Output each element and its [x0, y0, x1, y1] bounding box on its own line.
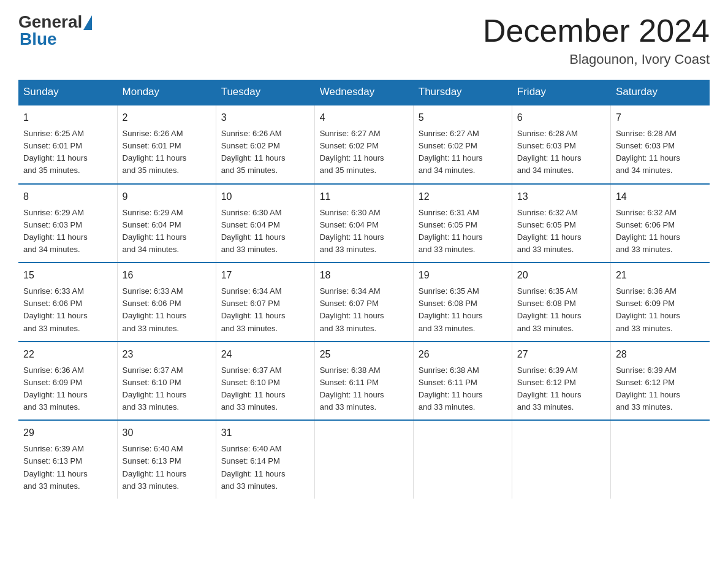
- day-info: Sunrise: 6:26 AMSunset: 6:02 PMDaylight:…: [221, 128, 309, 177]
- header-saturday: Saturday: [610, 80, 709, 105]
- day-cell: 17Sunrise: 6:34 AMSunset: 6:07 PMDayligh…: [216, 262, 314, 342]
- day-info: Sunrise: 6:38 AMSunset: 6:11 PMDaylight:…: [419, 364, 507, 414]
- day-info: Sunrise: 6:30 AMSunset: 6:04 PMDaylight:…: [221, 207, 309, 256]
- day-number: 12: [419, 190, 507, 204]
- day-cell: 18Sunrise: 6:34 AMSunset: 6:07 PMDayligh…: [314, 262, 413, 342]
- day-number: 22: [23, 347, 112, 362]
- day-cell: 4Sunrise: 6:27 AMSunset: 6:02 PMDaylight…: [314, 105, 413, 184]
- day-info: Sunrise: 6:28 AMSunset: 6:03 PMDaylight:…: [517, 128, 605, 177]
- day-number: 8: [23, 190, 112, 204]
- day-info: Sunrise: 6:30 AMSunset: 6:04 PMDaylight:…: [320, 207, 408, 256]
- day-info: Sunrise: 6:36 AMSunset: 6:09 PMDaylight:…: [23, 364, 112, 414]
- day-number: 18: [320, 268, 408, 283]
- month-title: December 2024: [483, 12, 710, 49]
- day-number: 14: [616, 190, 705, 204]
- day-cell: 16Sunrise: 6:33 AMSunset: 6:06 PMDayligh…: [117, 262, 216, 342]
- week-row-1: 1Sunrise: 6:25 AMSunset: 6:01 PMDaylight…: [18, 105, 710, 184]
- logo-triangle-icon: [83, 15, 92, 30]
- day-number: 31: [221, 426, 309, 440]
- day-number: 29: [23, 426, 112, 440]
- day-cell: [413, 420, 512, 499]
- day-number: 2: [123, 110, 211, 125]
- day-number: 27: [517, 347, 605, 362]
- day-cell: [314, 420, 413, 499]
- day-number: 25: [320, 347, 408, 362]
- day-cell: 11Sunrise: 6:30 AMSunset: 6:04 PMDayligh…: [314, 184, 413, 263]
- logo: General Blue: [18, 12, 92, 49]
- day-info: Sunrise: 6:40 AMSunset: 6:14 PMDaylight:…: [221, 443, 309, 492]
- day-info: Sunrise: 6:31 AMSunset: 6:05 PMDaylight:…: [419, 207, 507, 256]
- week-row-2: 8Sunrise: 6:29 AMSunset: 6:03 PMDaylight…: [18, 184, 710, 263]
- calendar-header: SundayMondayTuesdayWednesdayThursdayFrid…: [18, 80, 710, 105]
- day-info: Sunrise: 6:33 AMSunset: 6:06 PMDaylight:…: [123, 285, 211, 335]
- logo-blue: Blue: [20, 29, 92, 49]
- day-number: 16: [123, 268, 211, 283]
- day-cell: 14Sunrise: 6:32 AMSunset: 6:06 PMDayligh…: [610, 184, 709, 263]
- day-cell: 12Sunrise: 6:31 AMSunset: 6:05 PMDayligh…: [413, 184, 512, 263]
- day-cell: 3Sunrise: 6:26 AMSunset: 6:02 PMDaylight…: [216, 105, 314, 184]
- day-cell: 26Sunrise: 6:38 AMSunset: 6:11 PMDayligh…: [413, 342, 512, 421]
- day-info: Sunrise: 6:34 AMSunset: 6:07 PMDaylight:…: [320, 285, 408, 335]
- day-info: Sunrise: 6:39 AMSunset: 6:13 PMDaylight:…: [23, 443, 112, 492]
- day-cell: 29Sunrise: 6:39 AMSunset: 6:13 PMDayligh…: [18, 420, 117, 499]
- day-number: 10: [221, 190, 309, 204]
- day-number: 28: [616, 347, 705, 362]
- day-info: Sunrise: 6:39 AMSunset: 6:12 PMDaylight:…: [517, 364, 605, 414]
- day-cell: 24Sunrise: 6:37 AMSunset: 6:10 PMDayligh…: [216, 342, 314, 421]
- day-number: 15: [23, 268, 112, 283]
- day-cell: 31Sunrise: 6:40 AMSunset: 6:14 PMDayligh…: [216, 420, 314, 499]
- title-block: December 2024 Blagounon, Ivory Coast: [483, 12, 710, 67]
- day-cell: 15Sunrise: 6:33 AMSunset: 6:06 PMDayligh…: [18, 262, 117, 342]
- day-info: Sunrise: 6:37 AMSunset: 6:10 PMDaylight:…: [221, 364, 309, 414]
- page-header: General Blue December 2024 Blagounon, Iv…: [18, 12, 710, 67]
- day-info: Sunrise: 6:28 AMSunset: 6:03 PMDaylight:…: [616, 128, 705, 177]
- day-cell: 7Sunrise: 6:28 AMSunset: 6:03 PMDaylight…: [610, 105, 709, 184]
- day-cell: 9Sunrise: 6:29 AMSunset: 6:04 PMDaylight…: [117, 184, 216, 263]
- day-number: 17: [221, 268, 309, 283]
- day-number: 3: [221, 110, 309, 125]
- header-sunday: Sunday: [18, 80, 117, 105]
- day-cell: 19Sunrise: 6:35 AMSunset: 6:08 PMDayligh…: [413, 262, 512, 342]
- day-info: Sunrise: 6:37 AMSunset: 6:10 PMDaylight:…: [123, 364, 211, 414]
- day-cell: 28Sunrise: 6:39 AMSunset: 6:12 PMDayligh…: [610, 342, 709, 421]
- day-info: Sunrise: 6:35 AMSunset: 6:08 PMDaylight:…: [419, 285, 507, 335]
- day-cell: 30Sunrise: 6:40 AMSunset: 6:13 PMDayligh…: [117, 420, 216, 499]
- day-number: 4: [320, 110, 408, 125]
- day-number: 19: [419, 268, 507, 283]
- week-row-5: 29Sunrise: 6:39 AMSunset: 6:13 PMDayligh…: [18, 420, 710, 499]
- day-info: Sunrise: 6:40 AMSunset: 6:13 PMDaylight:…: [123, 443, 211, 492]
- header-row: SundayMondayTuesdayWednesdayThursdayFrid…: [18, 80, 710, 105]
- day-cell: 21Sunrise: 6:36 AMSunset: 6:09 PMDayligh…: [610, 262, 709, 342]
- day-number: 24: [221, 347, 309, 362]
- calendar-table: SundayMondayTuesdayWednesdayThursdayFrid…: [18, 80, 710, 499]
- day-info: Sunrise: 6:32 AMSunset: 6:05 PMDaylight:…: [517, 207, 605, 256]
- day-number: 13: [517, 190, 605, 204]
- header-friday: Friday: [512, 80, 610, 105]
- day-cell: 23Sunrise: 6:37 AMSunset: 6:10 PMDayligh…: [117, 342, 216, 421]
- day-cell: 22Sunrise: 6:36 AMSunset: 6:09 PMDayligh…: [18, 342, 117, 421]
- day-cell: 13Sunrise: 6:32 AMSunset: 6:05 PMDayligh…: [512, 184, 610, 263]
- day-cell: 5Sunrise: 6:27 AMSunset: 6:02 PMDaylight…: [413, 105, 512, 184]
- header-wednesday: Wednesday: [314, 80, 413, 105]
- day-info: Sunrise: 6:34 AMSunset: 6:07 PMDaylight:…: [221, 285, 309, 335]
- day-cell: 1Sunrise: 6:25 AMSunset: 6:01 PMDaylight…: [18, 105, 117, 184]
- day-info: Sunrise: 6:32 AMSunset: 6:06 PMDaylight:…: [616, 207, 705, 256]
- header-thursday: Thursday: [413, 80, 512, 105]
- day-info: Sunrise: 6:27 AMSunset: 6:02 PMDaylight:…: [419, 128, 507, 177]
- day-number: 20: [517, 268, 605, 283]
- header-monday: Monday: [117, 80, 216, 105]
- day-number: 9: [123, 190, 211, 204]
- day-info: Sunrise: 6:26 AMSunset: 6:01 PMDaylight:…: [123, 128, 211, 177]
- day-number: 7: [616, 110, 705, 125]
- day-number: 26: [419, 347, 507, 362]
- day-info: Sunrise: 6:38 AMSunset: 6:11 PMDaylight:…: [320, 364, 408, 414]
- day-info: Sunrise: 6:36 AMSunset: 6:09 PMDaylight:…: [616, 285, 705, 335]
- day-number: 6: [517, 110, 605, 125]
- day-info: Sunrise: 6:33 AMSunset: 6:06 PMDaylight:…: [23, 285, 112, 335]
- day-info: Sunrise: 6:39 AMSunset: 6:12 PMDaylight:…: [616, 364, 705, 414]
- day-number: 1: [23, 110, 112, 125]
- day-number: 5: [419, 110, 507, 125]
- day-info: Sunrise: 6:25 AMSunset: 6:01 PMDaylight:…: [23, 128, 112, 177]
- week-row-3: 15Sunrise: 6:33 AMSunset: 6:06 PMDayligh…: [18, 262, 710, 342]
- day-cell: 27Sunrise: 6:39 AMSunset: 6:12 PMDayligh…: [512, 342, 610, 421]
